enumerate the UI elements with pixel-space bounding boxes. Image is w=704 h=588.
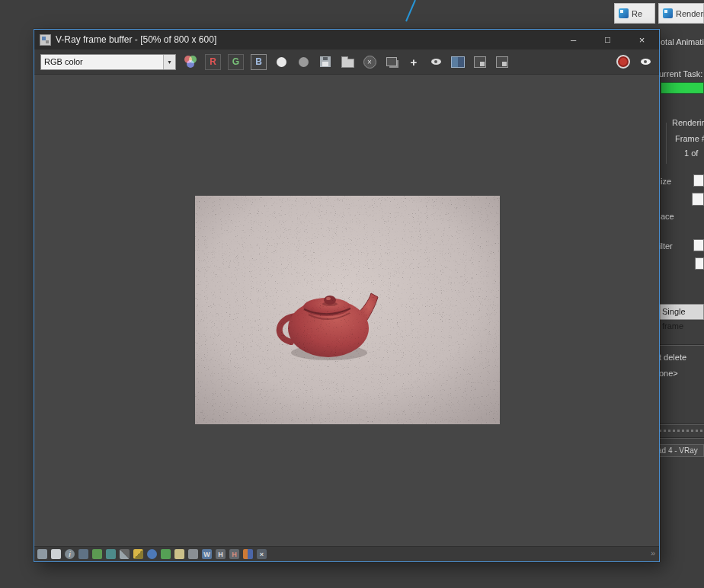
frame-number-label: Frame # (675, 134, 704, 143)
page-icon (474, 56, 486, 68)
total-animation-label: otal Animati (661, 37, 704, 46)
vfb-tool-icon[interactable]: × (257, 549, 267, 559)
channel-dropdown[interactable]: RGB color ▾ (40, 54, 176, 70)
spinner-field[interactable] (693, 239, 704, 251)
vfb-tool-icon[interactable] (92, 549, 102, 559)
rgb-channels-icon[interactable] (183, 54, 198, 69)
clear-image-button[interactable]: × (362, 54, 377, 69)
taskbar-button-render-b[interactable]: Renderin (658, 3, 704, 24)
info-icon[interactable]: i (65, 549, 75, 559)
chevron-down-icon: ▾ (163, 55, 175, 69)
compare-ab-button[interactable] (450, 54, 466, 69)
desktop: Re Renderin otal Animati urrent Task: Re… (0, 0, 704, 588)
spinner-field[interactable] (692, 193, 704, 206)
frame-count-label: 1 of (684, 149, 698, 158)
render-canvas (34, 75, 659, 546)
eye-icon (641, 59, 651, 65)
divider (658, 344, 704, 346)
vfb-tool-icon[interactable]: H (229, 549, 239, 559)
floppy-icon (320, 56, 331, 67)
clear-icon: × (363, 56, 376, 69)
current-task-label: urrent Task: (659, 69, 702, 78)
render-app-icon (619, 8, 629, 18)
window-controls: – □ × (556, 30, 659, 50)
vfb-tool-icon[interactable] (106, 549, 116, 559)
vfb-tool-icon[interactable] (78, 549, 88, 559)
track-mouse-button[interactable]: + (406, 54, 421, 69)
vfb-tool-icon[interactable] (37, 549, 47, 559)
splitter-dots[interactable] (659, 430, 702, 432)
filter-label: ilter (659, 241, 673, 251)
ab-compare-icon (451, 56, 465, 68)
taskbar-button-label: Renderin (676, 9, 704, 18)
show-vfb-button[interactable] (638, 54, 653, 69)
duplicate-to-host-button[interactable] (384, 54, 399, 69)
rendered-image (195, 196, 500, 424)
render-progress-bar (661, 82, 704, 94)
render-thread-status: ad 4 - VRay (654, 444, 704, 457)
resize-grip[interactable]: » (651, 548, 655, 558)
vfb-tool-icon[interactable] (243, 549, 253, 559)
blue-channel-button[interactable]: B (251, 54, 267, 70)
save-image-button[interactable] (318, 54, 333, 69)
divider (656, 423, 704, 425)
minimize-button[interactable]: – (556, 30, 590, 50)
taskbar-button-render-a[interactable]: Re (614, 3, 655, 24)
dont-delete-label: t delete (659, 353, 686, 362)
none-value-label: one> (659, 369, 678, 378)
maximize-button[interactable]: □ (590, 30, 625, 50)
follow-mouse-button[interactable] (428, 54, 443, 69)
space-label: ace (661, 212, 674, 221)
mono-channel-button[interactable] (296, 54, 311, 69)
vfb-tool-icon[interactable] (51, 549, 61, 559)
rendering-group-label: Renderin (670, 118, 704, 127)
vfb-tool-icon[interactable] (120, 549, 130, 559)
vfb-window-icon (40, 34, 51, 46)
eye-icon (431, 59, 441, 65)
window-title: V-Ray frame buffer - [50% of 800 x 600] (56, 34, 552, 45)
history-b-button[interactable] (494, 54, 510, 69)
red-channel-button[interactable]: R (205, 54, 221, 70)
divider (656, 437, 704, 439)
render-app-icon (663, 8, 673, 18)
alpha-channel-button[interactable] (274, 54, 289, 69)
groupbox-border (666, 123, 667, 164)
vfb-bottom-toolbar: i W H H × » (34, 546, 659, 561)
stop-render-button[interactable] (616, 54, 631, 69)
spinner-field[interactable] (693, 174, 704, 187)
vfb-tool-icon[interactable]: W (202, 549, 212, 559)
vfb-tool-icon[interactable] (147, 549, 157, 559)
duplicate-icon (386, 57, 397, 66)
single-frame-button[interactable]: Single frame (658, 304, 704, 320)
page-icon (496, 56, 508, 68)
history-a-button[interactable] (472, 54, 488, 69)
green-channel-button[interactable]: G (228, 54, 244, 70)
taskbar-button-label: Re (632, 9, 642, 18)
stop-icon (616, 55, 630, 69)
channel-dropdown-value: RGB color (41, 57, 163, 66)
vfb-tool-icon[interactable] (188, 549, 198, 559)
vfb-tool-icon[interactable]: H (216, 549, 226, 559)
vray-frame-buffer-window: V-Ray frame buffer - [50% of 800 x 600] … (34, 29, 660, 562)
size-label: ize (661, 177, 671, 186)
spinner-field[interactable] (695, 257, 704, 270)
titlebar[interactable]: V-Ray frame buffer - [50% of 800 x 600] … (34, 30, 659, 50)
vfb-tool-icon[interactable] (174, 549, 184, 559)
viewport-edge-line (395, 0, 425, 23)
close-button[interactable]: × (625, 30, 659, 50)
vfb-tool-icon[interactable] (161, 549, 171, 559)
vfb-tool-icon[interactable] (133, 549, 143, 559)
vfb-toolbar: RGB color ▾ R G B × + (34, 50, 659, 75)
load-image-button[interactable] (340, 54, 355, 69)
folder-icon (341, 59, 354, 68)
